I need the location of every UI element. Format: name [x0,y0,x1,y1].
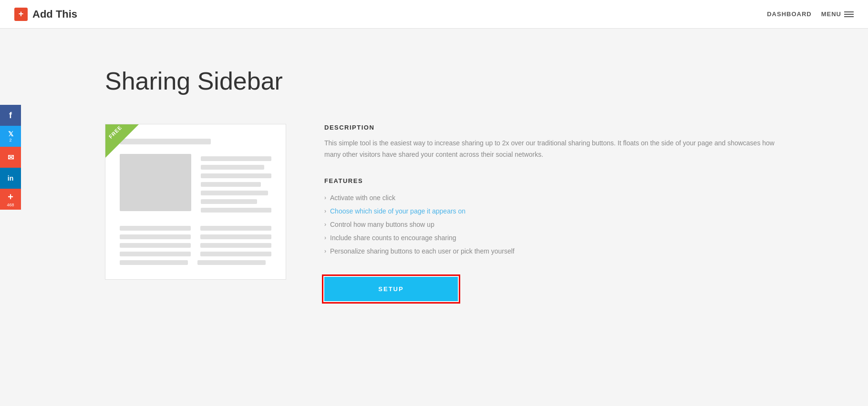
feature-item: › Personalize sharing buttons to each us… [324,244,782,258]
page-title: Sharing Sidebar [105,67,782,95]
hamburger-icon [844,11,854,17]
description-text: This simple tool is the easiest way to i… [324,138,782,161]
skeleton-line [120,234,191,239]
facebook-icon: f [9,111,12,121]
description-label: DESCRIPTION [324,124,782,131]
feature-text: Activate with one click [330,194,395,202]
feature-item: › Control how many buttons show up [324,218,782,231]
content-area: FREE [105,124,782,301]
chevron-icon: › [324,194,326,201]
logo[interactable]: + Add This [14,8,77,21]
skeleton-line [200,226,271,231]
skeleton-line [120,243,191,248]
email-icon: ✉ [8,153,14,162]
setup-button-wrapper: SETUP [324,277,458,301]
linkedin-share-button[interactable]: in [0,168,21,189]
feature-item: › Activate with one click [324,191,782,204]
skeleton-line [201,173,271,178]
feature-text-link[interactable]: Choose which side of your page it appear… [330,207,465,215]
chevron-icon: › [324,234,326,241]
feature-item: › Include share counts to encourage shar… [324,231,782,244]
twitter-icon: 𝕏 [8,130,13,138]
feature-text: Include share counts to encourage sharin… [330,234,456,242]
more-icon: + [8,192,13,203]
feature-item: › Choose which side of your page it appe… [324,204,782,218]
preview-right-lines [201,154,271,216]
features-label: FEATURES [324,177,782,184]
preview-image-block [120,154,191,211]
skeleton-line [120,252,191,256]
setup-button[interactable]: SETUP [324,277,458,301]
skeleton-line [200,243,271,248]
logo-text: Add This [32,8,77,20]
dashboard-link[interactable]: DASHBOARD [767,10,812,18]
feature-text: Personalize sharing buttons to each user… [330,247,515,255]
header: + Add This DASHBOARD MENU [0,0,868,29]
skeleton-line [201,165,264,170]
skeleton-line [201,182,261,187]
linkedin-icon: in [8,174,13,182]
header-nav: DASHBOARD MENU [767,10,854,18]
skeleton-line [120,260,188,265]
skeleton-line [201,156,271,161]
skeleton-line [120,226,191,231]
skeleton-line [201,191,268,195]
menu-label: MENU [821,10,841,18]
twitter-share-button[interactable]: 𝕏 2 [0,126,21,147]
description-section: DESCRIPTION This simple tool is the easi… [324,124,782,301]
chevron-icon: › [324,248,326,254]
preview-card: FREE [105,124,286,280]
preview-bottom-lines [120,226,271,265]
more-share-button[interactable]: + 468 [0,189,21,210]
more-count: 468 [7,203,14,207]
feature-text: Control how many buttons show up [330,221,434,228]
preview-layout [120,154,271,216]
social-sidebar: f 𝕏 2 ✉ in + 468 [0,105,21,210]
skeleton-line [201,199,257,204]
skeleton-line [201,208,271,213]
menu-button[interactable]: MENU [821,10,854,18]
email-share-button[interactable]: ✉ [0,147,21,168]
main-content: Sharing Sidebar FREE [0,29,868,339]
features-list: › Activate with one click › Choose which… [324,191,782,258]
skeleton-line [200,252,271,256]
twitter-count: 2 [9,138,11,142]
facebook-share-button[interactable]: f [0,105,21,126]
skeleton-line [197,260,266,265]
chevron-icon: › [324,221,326,228]
logo-icon: + [14,8,28,21]
skeleton-line [200,234,271,239]
free-badge [105,124,139,158]
chevron-icon: › [324,208,326,214]
